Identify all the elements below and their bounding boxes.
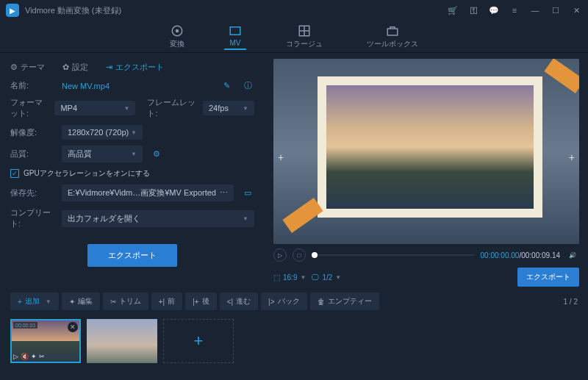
- format-label: フォーマット:: [10, 97, 49, 119]
- export-button[interactable]: エクスポート: [87, 244, 177, 267]
- folder-icon[interactable]: ▭: [244, 188, 254, 198]
- back-button[interactable]: |>バック: [261, 293, 306, 310]
- preview-panel: + + ▷ □ 00:00:00.00/00:00:09.14 🔊 ⬚16:9▼…: [265, 53, 588, 288]
- subtab-settings[interactable]: ✿設定: [62, 62, 88, 73]
- photo-frame: [318, 76, 542, 218]
- scissors-icon: ✂: [110, 298, 116, 306]
- cart-icon[interactable]: 🛒: [447, 4, 459, 16]
- save-label: 保存先:: [10, 187, 56, 198]
- before-button[interactable]: +|前: [151, 293, 182, 310]
- time-display: 00:00:00.00/00:00:09.14: [481, 251, 560, 259]
- step-forward-icon: |>: [268, 298, 274, 306]
- export-icon: ⇥: [106, 62, 112, 72]
- insert-after-icon: |+: [193, 298, 198, 306]
- page-indicator: 1 / 2: [564, 298, 578, 306]
- tab-mv[interactable]: MV: [224, 23, 246, 50]
- aspect-ratio-select[interactable]: ⬚16:9▼: [273, 273, 306, 282]
- display-scale-select[interactable]: 🖵1/2▼: [312, 273, 341, 282]
- tab-toolbox[interactable]: ツールボックス: [362, 23, 423, 51]
- settings-gear-icon[interactable]: ⚙: [153, 149, 163, 159]
- progress-bar[interactable]: [312, 254, 475, 256]
- feedback-icon[interactable]: 💬: [488, 4, 500, 16]
- after-button[interactable]: |+後: [185, 293, 216, 310]
- framerate-label: フレームレット:: [147, 97, 197, 119]
- thumb-1[interactable]: 00:00:03 ✕ ▷ 🔇 ✦ ✂: [10, 319, 81, 363]
- gpu-checkbox[interactable]: ✓: [10, 169, 19, 178]
- trim-button[interactable]: ✂トリム: [103, 293, 148, 310]
- titlebar: ▶ Vidmore 動画変換 (未登録) 🛒 ⚿ 💬 ≡ — ☐ ✕: [0, 0, 588, 21]
- edit-button[interactable]: ✦編集: [62, 293, 100, 310]
- preview-export-button[interactable]: エクスポート: [517, 268, 579, 287]
- app-logo-icon: ▶: [6, 4, 19, 17]
- save-path[interactable]: E:¥Vidmore¥Vidm…画変換¥MV Exported⋯: [62, 184, 234, 201]
- mute-icon[interactable]: 🔇: [21, 353, 29, 360]
- maximize-icon[interactable]: ☐: [550, 4, 562, 16]
- thumb-duration: 00:00:03: [13, 322, 37, 329]
- trash-icon: 🗑: [318, 298, 325, 306]
- crop-handle-left[interactable]: +: [278, 151, 284, 163]
- insert-before-icon: +|: [159, 298, 165, 306]
- resolution-select[interactable]: 1280x720 (720p)▼: [62, 125, 143, 140]
- tab-collage[interactable]: コラージュ: [282, 23, 327, 51]
- quality-select[interactable]: 高品質▼: [62, 146, 143, 162]
- step-back-icon: <|: [227, 298, 233, 306]
- subtab-export[interactable]: ⇥エクスポート: [106, 62, 164, 73]
- cut-icon[interactable]: ✂: [39, 353, 45, 360]
- plus-icon: +: [18, 298, 22, 306]
- thumb-remove-icon[interactable]: ✕: [68, 322, 78, 332]
- forward-button[interactable]: <|進む: [220, 293, 258, 310]
- toolbox-icon: [386, 24, 399, 37]
- quality-label: 品質:: [10, 148, 56, 159]
- mv-icon: [229, 24, 242, 37]
- svg-rect-2: [230, 27, 240, 35]
- wand-icon: ✦: [69, 298, 75, 306]
- gear-icon: ✿: [62, 62, 69, 72]
- sliders-icon: ⚙: [10, 62, 18, 72]
- app-title: Vidmore 動画変換 (未登録): [25, 5, 121, 16]
- add-clip-button[interactable]: +: [163, 319, 234, 363]
- timeline-toolbar: +追加▼ ✦編集 ✂トリム +|前 |+後 <|進む |>バック 🗑エンプティー…: [0, 288, 588, 315]
- preview-canvas[interactable]: + +: [273, 59, 579, 244]
- photo-content: [326, 85, 534, 209]
- key-icon[interactable]: ⚿: [467, 4, 479, 16]
- complete-select[interactable]: 出力フォルダを開く▼: [62, 210, 254, 227]
- volume-icon[interactable]: 🔊: [566, 248, 579, 262]
- format-select[interactable]: MP4▼: [54, 101, 135, 115]
- svg-point-1: [176, 29, 179, 32]
- export-panel: ⚙テーマ ✿設定 ⇥エクスポート 名前: New MV.mp4 ✎ ⓘ フォーマ…: [0, 53, 265, 288]
- resolution-label: 解像度:: [10, 127, 56, 138]
- play-button[interactable]: ▷: [273, 248, 287, 262]
- framerate-select[interactable]: 24fps▼: [203, 101, 254, 115]
- minimize-icon[interactable]: —: [529, 4, 541, 16]
- crop-handle-right[interactable]: +: [569, 151, 575, 163]
- timeline-thumbs: 00:00:03 ✕ ▷ 🔇 ✦ ✂ +: [0, 315, 588, 368]
- empty-button[interactable]: 🗑エンプティー: [310, 293, 379, 310]
- main-tabs: 変換 MV コラージュ ツールボックス: [0, 21, 588, 53]
- name-value[interactable]: New MV.mp4: [62, 82, 213, 90]
- play-icon[interactable]: ▷: [13, 353, 18, 360]
- name-label: 名前:: [10, 80, 56, 91]
- collage-icon: [298, 24, 311, 37]
- tab-convert[interactable]: 変換: [165, 23, 189, 51]
- monitor-icon: 🖵: [312, 273, 319, 282]
- thumb-actions: ▷ 🔇 ✦ ✂: [13, 353, 45, 360]
- info-icon[interactable]: ⓘ: [244, 81, 254, 91]
- thumb-2[interactable]: [87, 319, 157, 363]
- svg-rect-4: [387, 29, 398, 35]
- crop-icon: ⬚: [273, 273, 280, 282]
- gpu-label: GPUアクセラレーションをオンにする: [24, 168, 150, 179]
- menu-icon[interactable]: ≡: [509, 4, 520, 16]
- subtab-theme[interactable]: ⚙テーマ: [10, 62, 45, 73]
- convert-icon: [171, 24, 184, 37]
- stop-button[interactable]: □: [293, 248, 306, 262]
- add-button[interactable]: +追加▼: [10, 293, 59, 310]
- edit-icon[interactable]: ✎: [223, 81, 234, 91]
- effects-icon[interactable]: ✦: [31, 353, 37, 360]
- tape-decoration: [544, 59, 579, 93]
- close-icon[interactable]: ✕: [570, 4, 582, 16]
- complete-label: コンプリート:: [10, 207, 56, 229]
